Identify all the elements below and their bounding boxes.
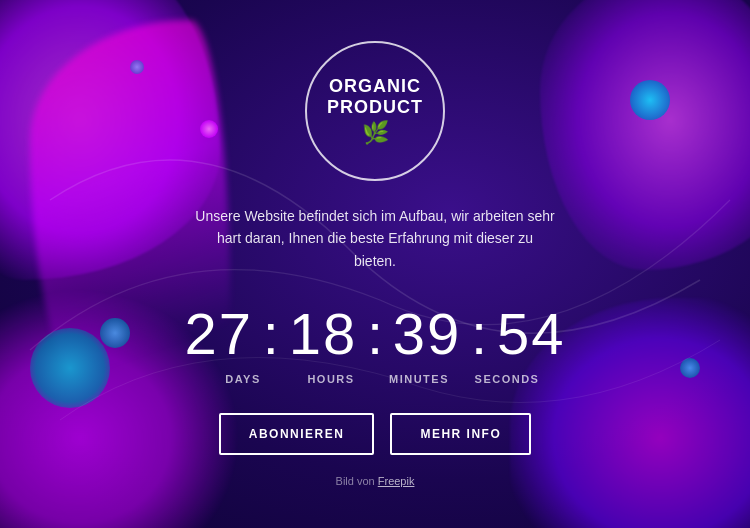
logo-circle: ORGANIC PRODUCT 🌿: [305, 41, 445, 181]
countdown-hours: 18: [283, 300, 363, 367]
countdown-sep-2: :: [367, 305, 383, 363]
logo-line1: ORGANIC: [329, 76, 421, 97]
subscribe-button[interactable]: ABONNIEREN: [219, 413, 375, 455]
footer: Bild von Freepik: [336, 475, 415, 487]
orb-small-right: [680, 358, 700, 378]
main-content: ORGANIC PRODUCT 🌿 Unsere Website befinde…: [179, 41, 571, 487]
logo-leaves-icon: 🌿: [362, 120, 389, 146]
action-buttons: ABONNIEREN MEHR INFO: [219, 413, 532, 455]
countdown-seconds: 54: [491, 300, 571, 367]
label-minutes: MINUTES: [375, 373, 463, 385]
orb-small-top: [130, 60, 144, 74]
countdown-minutes: 39: [387, 300, 467, 367]
orb-blue-left: [30, 328, 110, 408]
mehr-info-button[interactable]: MEHR INFO: [390, 413, 531, 455]
countdown-sep-1: :: [263, 305, 279, 363]
countdown-display: 27 : 18 : 39 : 54: [179, 300, 571, 367]
countdown-labels: DAYS HOURS MINUTES SECONDS: [199, 373, 551, 385]
description-text: Unsere Website befindet sich im Aufbau, …: [195, 205, 555, 272]
orb-blue-right: [630, 80, 670, 120]
footer-prefix: Bild von: [336, 475, 378, 487]
label-hours: HOURS: [287, 373, 375, 385]
logo-line2: PRODUCT: [327, 97, 423, 118]
label-days: DAYS: [199, 373, 287, 385]
countdown-days: 27: [179, 300, 259, 367]
orb-blue-small-left: [100, 318, 130, 348]
freepik-link[interactable]: Freepik: [378, 475, 415, 487]
label-seconds: SECONDS: [463, 373, 551, 385]
countdown-sep-3: :: [471, 305, 487, 363]
